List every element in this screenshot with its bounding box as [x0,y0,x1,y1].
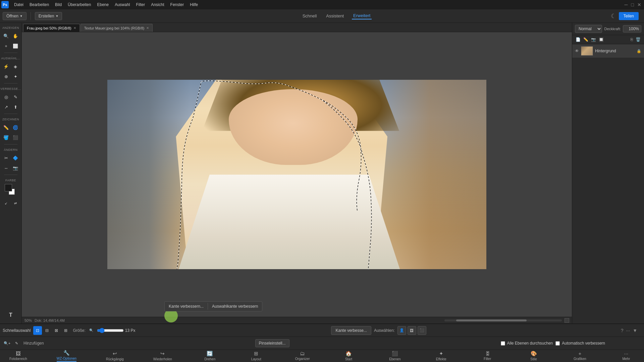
create-button[interactable]: Erstellen ▼ [35,12,62,20]
hinzufugen-label: Hinzufügen [23,341,44,346]
menu-hilfe[interactable]: Hilfe [187,1,201,8]
bnav-grafiken[interactable]: + Grafiken [572,351,588,361]
size-slider[interactable] [97,328,124,333]
color-reset-icon[interactable]: ↙ [2,199,10,207]
kante-verbessern-option[interactable]: Kante verbessern... [165,302,208,311]
hand-tool[interactable]: ✋ [11,32,20,40]
spot-heal-tool[interactable]: ◎ [2,93,10,101]
photo-layer-btn[interactable]: 📷 [590,37,597,43]
bnav-wiederholen[interactable]: ↪ Wiederholen [153,351,172,361]
quick-select-icon-4[interactable]: ⊞ [61,326,70,335]
color-swatches[interactable] [5,184,17,196]
quick-select-icon-1[interactable]: ⊡ [33,326,42,335]
menu-datei[interactable]: Datei [11,1,26,8]
bnav-rueckgaengig[interactable]: ↩ Rückgängig [106,351,124,361]
layout-icon: ⊞ [254,351,258,357]
automatisch-checkbox[interactable] [555,341,560,346]
zoom-out-btn[interactable]: ✎ [12,339,21,348]
scroll-corner [565,318,569,323]
quick-select-icon-2[interactable]: ⊟ [43,326,51,335]
bnav-effekte[interactable]: ✦ Effekte [433,351,449,361]
foreground-color[interactable] [5,184,12,191]
bnav-ebenen[interactable]: ⬛ Ebenen [386,351,403,361]
magic-wand-tool[interactable]: ⊕ [2,72,10,81]
mixer-brush-tool[interactable]: 🌀 [11,123,20,132]
bnav-wz-optionen[interactable]: 🔧 WZ-Optionen [57,350,76,362]
text-tool[interactable]: T [6,311,15,319]
delete-layer-btn[interactable]: 🗑️ [635,37,641,43]
opacity-input[interactable] [623,25,641,33]
bnav-layout[interactable]: ⊞ Layout [248,351,265,361]
quick-select-icon-3[interactable]: ⊠ [52,326,61,335]
color-swap-icon[interactable]: ⇌ [11,199,20,207]
help-icon[interactable]: ? [621,328,624,333]
lasso-tool[interactable]: ⚡ [2,62,10,71]
clone-tool[interactable]: ↗ [2,103,10,111]
theme-toggle-icon[interactable]: ☾ [611,12,616,20]
measure-tool[interactable]: ↔ [2,164,10,172]
alle-ebenen-label: Alle Ebenen durchsuchen [507,341,553,346]
crop-tool[interactable]: ✂ [2,154,10,162]
menu-auswahl[interactable]: Auswahl [112,1,132,8]
blend-mode-select[interactable]: Normal [575,25,602,33]
minimize-btn[interactable]: ─ [623,1,629,9]
alle-ebenen-checkbox[interactable] [501,341,505,346]
menu-ueberarbeiten[interactable]: Überarbeiten [65,1,94,8]
auswahlen-icon-3[interactable]: ⬛ [418,326,426,335]
bnav-filter[interactable]: 🎛 Filter [479,351,496,361]
layer-item-hintergrund[interactable]: 👁 Hintergrund 🔒 [572,44,644,58]
quick-select-tool[interactable]: ◈ [11,62,20,71]
menu-filter[interactable]: Filter [133,1,148,8]
menu-ansicht[interactable]: Ansicht [148,1,167,8]
more-options-icon[interactable]: ··· [626,328,630,333]
bnav-fotobereich[interactable]: 🖼 Fotobereich [9,351,27,361]
tab-textur[interactable]: Textur Mauer.jpeg bei 104% (RGB/8) ✕ [80,24,153,32]
scrollbar-h[interactable] [444,319,562,321]
open-button[interactable]: Öffnen ▼ [3,12,26,20]
auswahlen-icon-2[interactable]: 🖼 [408,326,416,335]
grafiken-label: Grafiken [574,357,586,361]
add-tool[interactable]: + [2,42,10,50]
new-layer-btn[interactable]: 📄 [575,37,581,43]
zoom-tool[interactable]: 🔍 [2,32,10,40]
bnav-stile[interactable]: 🎨 Stile [525,351,542,361]
camera-tool[interactable]: 📷 [11,164,20,172]
bnav-start[interactable]: 🏠 Start [340,351,357,361]
zoom-in-btn[interactable]: 🔍+ [3,339,11,348]
edit-layer-btn[interactable]: ✏️ [583,37,589,43]
nav-erweitert[interactable]: Erweitert [352,12,372,19]
nav-schnell[interactable]: Schnell [301,13,318,19]
pinseleinstell-button[interactable]: Pinseleinstell... [255,339,289,347]
marquee-tool[interactable]: ⬜ [11,42,20,50]
tab-frau[interactable]: Frau.jpeg bei 50% (RGB/8) ✕ [23,24,80,32]
menu-bild[interactable]: Bild [52,1,64,8]
transform-tool[interactable]: 🔷 [11,154,20,162]
shape-tool[interactable]: ⬛ [11,133,20,142]
kante-verbessern-button[interactable]: Kante verbesse... [331,326,371,335]
menu-fenster[interactable]: Fenster [168,1,187,8]
bnav-organizer[interactable]: 🗂 Organizer [294,351,311,361]
tab-frau-close[interactable]: ✕ [73,26,76,30]
pencil-tool[interactable]: ✏️ [2,123,10,132]
nav-assistent[interactable]: Assistent [325,13,345,19]
group-layer-btn[interactable]: 🔲 [598,37,604,43]
bnav-drehen[interactable]: 🔄 Drehen [202,351,218,361]
fill-tool[interactable]: 🪣 [2,133,10,142]
menu-bearbeiten[interactable]: Bearbeiten [27,1,52,8]
tab-textur-close[interactable]: ✕ [146,26,149,30]
share-button[interactable]: Teilen [619,12,639,20]
collapse-icon[interactable]: ▼ [633,328,637,333]
size-decrease-btn[interactable]: 🔍 [87,326,96,335]
auswahlkante-verbessern-option[interactable]: Auswahlkante verbessern [208,302,262,311]
zeichnen-row-2: 🪣 ⬛ [2,133,20,142]
auswahlen-icon-1[interactable]: 👤 [397,326,406,335]
copy-layer-btn[interactable]: ⎘ [630,37,634,43]
menu-ebene[interactable]: Ebene [94,1,111,8]
brush-tool[interactable]: ✎ [11,93,20,101]
patch-tool[interactable]: ⬆ [11,103,20,111]
maximize-btn[interactable]: □ [630,1,635,9]
layer-visibility-icon[interactable]: 👁 [575,49,579,53]
bnav-mehr[interactable]: ··· Mehr [618,351,635,361]
move-tool[interactable]: ✦ [11,72,20,81]
close-btn[interactable]: ✕ [636,1,643,9]
